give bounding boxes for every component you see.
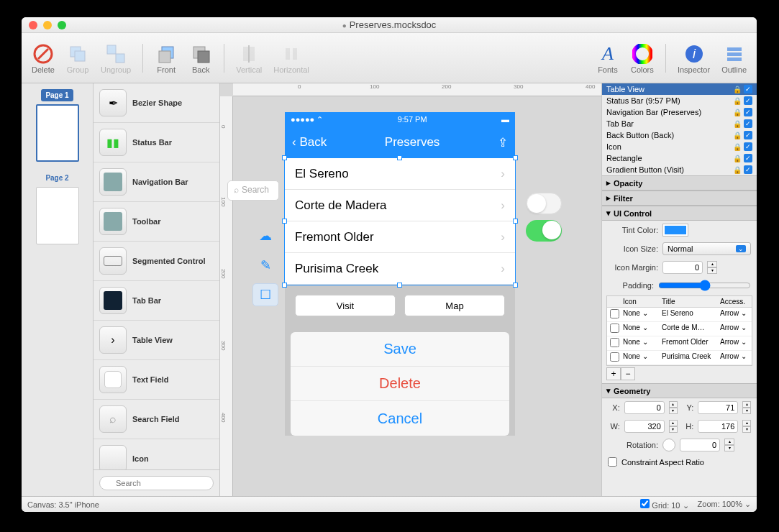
mockup-tableview[interactable]: El Sereno› Corte de Madera› Fremont Olde… (285, 158, 515, 285)
rotation-dial[interactable] (662, 439, 675, 451)
front-button[interactable]: Front (150, 40, 182, 77)
save-button[interactable]: Save (291, 332, 509, 367)
w-input[interactable] (624, 420, 665, 433)
layer-row[interactable]: Back Button (Back)🔒✓ (602, 129, 757, 141)
visible-checkbox[interactable]: ✓ (744, 131, 752, 139)
toggle-off[interactable] (526, 193, 562, 214)
stepper[interactable]: ▴▾ (707, 261, 717, 274)
back-button[interactable]: Back (185, 40, 217, 77)
nav-back-button[interactable]: ‹ Back (292, 135, 327, 150)
delete-action-button[interactable]: Delete (291, 367, 509, 401)
table-row[interactable]: None ⌄Corte de M…Arrow ⌄ (607, 322, 752, 336)
lock-icon[interactable]: 🔒 (733, 97, 742, 105)
cloud-icon[interactable]: ☁ (252, 224, 278, 247)
zoom-dropdown[interactable]: Zoom: 100% ⌄ (698, 500, 751, 509)
x-input[interactable] (624, 401, 665, 414)
uicontrol-header[interactable]: ▾ UI Control (602, 206, 757, 221)
table-row[interactable]: Corte de Madera› (285, 190, 515, 221)
stepper[interactable]: ▴▾ (742, 401, 751, 414)
remove-button[interactable]: − (621, 367, 635, 380)
lock-icon[interactable]: 🔒 (733, 120, 742, 128)
h-input[interactable] (698, 420, 738, 433)
iconsize-select[interactable]: Normal⌄ (662, 242, 751, 255)
outline-button[interactable]: Outline (717, 40, 751, 77)
lock-icon[interactable]: 🔒 (733, 166, 742, 174)
inspector-button[interactable]: iInspector (673, 40, 714, 77)
library-search-input[interactable] (99, 476, 214, 490)
layer-row[interactable]: Tab Bar🔒✓ (602, 118, 757, 129)
visible-checkbox[interactable]: ✓ (744, 154, 752, 162)
page-thumb-2[interactable]: Page 2 (26, 170, 88, 247)
y-input[interactable] (698, 401, 738, 414)
tint-colorwell[interactable] (662, 224, 688, 237)
visible-checkbox[interactable]: ✓ (744, 108, 752, 116)
lock-icon[interactable]: 🔒 (733, 109, 742, 116)
svg-rect-17 (727, 47, 742, 51)
lib-item-searchfield[interactable]: ⌕Search Field (94, 400, 219, 439)
table-row[interactable]: None ⌄Fremont OlderArrow ⌄ (607, 336, 752, 351)
lib-item-tableview[interactable]: ›Table View (94, 321, 219, 360)
visible-checkbox[interactable]: ✓ (744, 85, 752, 93)
cancel-button[interactable]: Cancel (291, 401, 509, 436)
vertical-button[interactable]: Vertical (232, 40, 266, 77)
lock-icon[interactable]: 🔒 (733, 155, 742, 162)
iconmargin-input[interactable] (662, 261, 703, 274)
layer-row[interactable]: Status Bar (9:57 PM)🔒✓ (602, 95, 757, 106)
canvas-search-field[interactable]: ⌕Search (227, 180, 279, 201)
horizontal-button[interactable]: Horizontal (269, 40, 314, 77)
visible-checkbox[interactable]: ✓ (744, 96, 752, 105)
fonts-button[interactable]: AFonts (592, 40, 624, 77)
lock-icon[interactable]: 🔒 (733, 86, 742, 93)
ungroup-button[interactable]: Ungroup (96, 40, 135, 77)
delete-button[interactable]: Delete (27, 40, 59, 77)
add-button[interactable]: + (606, 367, 621, 380)
lib-item-statusbar[interactable]: ▮▮Status Bar (94, 123, 219, 162)
stepper[interactable]: ▴▾ (742, 420, 751, 433)
table-row[interactable]: None ⌄Purisima CreekArrow ⌄ (607, 351, 752, 365)
padding-slider[interactable] (658, 280, 751, 291)
table-row[interactable]: El Sereno› (285, 158, 515, 190)
grid-dropdown[interactable]: Grid: 10 ⌄ (640, 499, 688, 510)
stepper[interactable]: ▴▾ (724, 439, 734, 451)
layer-row[interactable]: Navigation Bar (Preserves)🔒✓ (602, 106, 757, 118)
lib-item-toolbar[interactable]: Toolbar (94, 202, 219, 242)
opacity-header[interactable]: ▸ Opacity (602, 175, 757, 191)
table-row[interactable]: Fremont Older› (285, 221, 515, 253)
aspect-checkbox[interactable] (608, 457, 617, 467)
lib-item-navbar[interactable]: Navigation Bar (94, 162, 219, 202)
compose-icon[interactable]: ✎ (252, 254, 278, 277)
layer-row[interactable]: Table View🔒✓ (602, 83, 757, 95)
geometry-header[interactable]: ▾ Geometry (602, 383, 757, 398)
lib-item-bezier[interactable]: ✒Bezier Shape (94, 83, 219, 123)
layer-row[interactable]: Gradient Button (Visit)🔒✓ (602, 164, 757, 175)
group-button[interactable]: Group (62, 40, 94, 77)
share-icon[interactable]: ⇪ (498, 135, 508, 150)
lock-icon[interactable]: 🔒 (733, 132, 742, 139)
stepper[interactable]: ▴▾ (669, 401, 678, 414)
statusbar: Canvas: 3.5" iPhone Grid: 10 ⌄ Zoom: 100… (22, 496, 757, 512)
filter-header[interactable]: ▸ Filter (602, 191, 757, 206)
map-button[interactable]: Map (404, 295, 505, 316)
visit-button[interactable]: Visit (295, 295, 396, 316)
app-window: Preserves.mocksdoc Delete Group Ungroup … (22, 17, 757, 512)
table-row[interactable]: None ⌄El SerenoArrow ⌄ (607, 308, 752, 322)
stepper[interactable]: ▴▾ (669, 420, 678, 433)
layer-row[interactable]: Icon🔒✓ (602, 141, 757, 152)
lib-item-segmented[interactable]: Segmented Control (94, 242, 219, 281)
lib-item-textfield[interactable]: Text Field (94, 360, 219, 400)
lib-item-tabbar[interactable]: Tab Bar (94, 281, 219, 321)
colors-button[interactable]: Colors (627, 40, 658, 77)
chevron-right-icon: › (501, 262, 505, 276)
archive-icon[interactable]: ☐ (252, 283, 278, 306)
toggle-on[interactable] (526, 220, 562, 242)
visible-checkbox[interactable]: ✓ (744, 119, 752, 128)
lib-item-icon[interactable]: Icon (94, 439, 219, 469)
canvas-area[interactable]: 0 100 200 300 400 0 100 200 300 400 ⌕Sea… (220, 83, 601, 496)
visible-checkbox[interactable]: ✓ (744, 165, 752, 174)
layer-row[interactable]: Rectangle🔒✓ (602, 152, 757, 164)
lock-icon[interactable]: 🔒 (733, 143, 742, 151)
table-row[interactable]: Purisima Creek› (285, 253, 515, 285)
visible-checkbox[interactable]: ✓ (744, 142, 752, 151)
page-thumb-1[interactable]: Page 1 (26, 88, 88, 165)
rotation-input[interactable] (680, 439, 720, 451)
